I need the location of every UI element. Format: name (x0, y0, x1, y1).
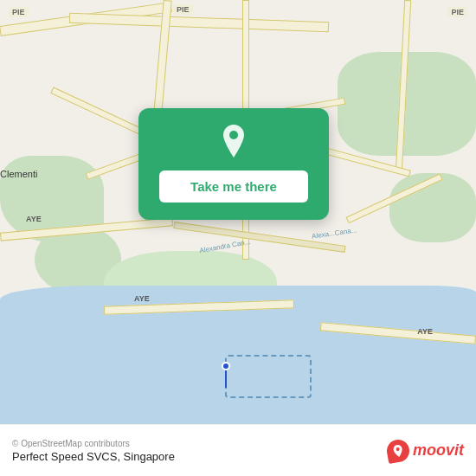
moovit-pin-icon (390, 442, 407, 459)
popup-card: Take me there (138, 108, 329, 220)
aye-label: AYE (134, 294, 150, 303)
moovit-logo: moovit (387, 440, 464, 462)
place-name: Perfect Speed SVCS, Singapore (12, 450, 175, 463)
svg-point-0 (229, 131, 238, 139)
map-pin-icon (220, 125, 248, 158)
take-me-there-button[interactable]: Take me there (159, 170, 308, 203)
aye-label: AYE (26, 215, 42, 223)
pie-label: PIE (447, 7, 467, 17)
clementi-label: Clementi (0, 169, 37, 179)
pie-label: PIE (9, 7, 29, 17)
bottom-bar: © OpenStreetMap contributors Perfect Spe… (0, 424, 476, 476)
location-dot (222, 362, 230, 370)
pin-icon-container (215, 122, 253, 160)
attribution-text: © OpenStreetMap contributors (12, 439, 175, 448)
location-line (225, 370, 227, 388)
pie-label: PIE (173, 4, 193, 15)
aye-label: AYE (417, 327, 433, 336)
map-container: PIE PIE PIE AYE AYE AYE Clementi Alexand… (0, 0, 476, 476)
water-area (0, 338, 87, 407)
moovit-text: moovit (413, 441, 464, 460)
water-dashed-area (225, 355, 312, 398)
moovit-icon (385, 437, 411, 463)
